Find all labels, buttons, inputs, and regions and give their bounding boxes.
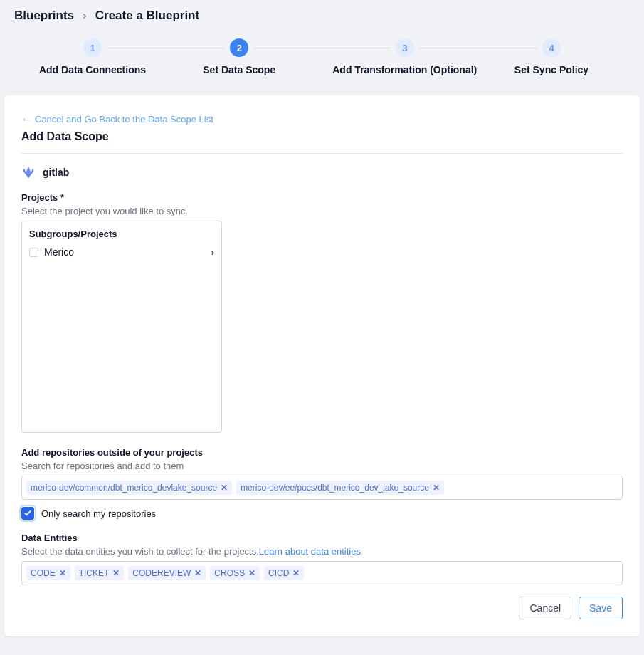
entity-tag[interactable]: CICD✕	[264, 566, 304, 580]
outside-repos-label: Add repositories outside of your project…	[21, 447, 623, 458]
save-button[interactable]: Save	[579, 597, 623, 619]
tag-label: merico-dev/common/dbt_merico_devlake_sou…	[31, 483, 217, 493]
page-title: Add Data Scope	[21, 130, 623, 154]
close-icon[interactable]: ✕	[221, 483, 228, 493]
tree-header: Subgroups/Projects	[29, 229, 214, 239]
repo-tag[interactable]: merico-dev/ee/pocs/dbt_merico_dev_lake_s…	[236, 481, 444, 495]
step-number-icon: 1	[83, 38, 102, 57]
connection-indicator: gitlab	[21, 165, 623, 179]
tag-label: CROSS	[214, 568, 245, 578]
tag-label: CODEREVIEW	[132, 568, 191, 578]
learn-entities-link[interactable]: Learn about data entities	[259, 546, 361, 557]
projects-label: Projects *	[21, 192, 623, 203]
chevron-right-icon: ›	[83, 9, 87, 23]
step-label: Set Data Scope	[203, 64, 275, 75]
step-number-icon: 2	[230, 38, 248, 57]
breadcrumb: Blueprints › Create a Blueprint	[14, 9, 630, 23]
close-icon[interactable]: ✕	[112, 568, 120, 578]
close-icon[interactable]: ✕	[194, 568, 201, 578]
entity-tag[interactable]: TICKET✕	[75, 566, 125, 580]
step-label: Add Data Connections	[39, 64, 146, 75]
step-4[interactable]: 4 Set Sync Policy	[487, 38, 616, 75]
step-2[interactable]: 2 Set Data Scope	[157, 38, 322, 75]
entities-input[interactable]: CODE✕ TICKET✕ CODEREVIEW✕ CROSS✕ CICD✕	[21, 561, 623, 585]
step-number-icon: 3	[396, 38, 414, 57]
checkbox-icon[interactable]	[29, 248, 38, 257]
close-icon[interactable]: ✕	[248, 568, 255, 578]
arrow-left-icon: ←	[21, 114, 31, 125]
projects-help: Select the project you would like to syn…	[21, 206, 623, 216]
tag-label: CODE	[31, 568, 56, 578]
connection-name-text: gitlab	[43, 167, 69, 178]
tree-item-merico[interactable]: Merico ›	[29, 245, 214, 259]
repo-search-input[interactable]: merico-dev/common/dbt_merico_devlake_sou…	[21, 476, 623, 500]
entity-tag[interactable]: CODEREVIEW✕	[128, 566, 206, 580]
back-link-text: Cancel and Go Back to the Data Scope Lis…	[35, 114, 213, 125]
breadcrumb-current: Create a Blueprint	[95, 9, 199, 23]
entities-label: Data Entities	[21, 533, 623, 543]
tag-label: merico-dev/ee/pocs/dbt_merico_dev_lake_s…	[241, 483, 429, 493]
breadcrumb-parent[interactable]: Blueprints	[14, 9, 74, 23]
check-icon	[23, 509, 32, 518]
only-my-repos-label: Only search my repositories	[41, 508, 156, 519]
close-icon[interactable]: ✕	[59, 568, 66, 578]
tag-label: CICD	[268, 568, 289, 578]
outside-repos-help: Search for repositories and add to them	[21, 461, 623, 471]
gitlab-icon	[21, 165, 36, 179]
step-label: Set Sync Policy	[514, 64, 588, 75]
wizard-stepper: 1 Add Data Connections 2 Set Data Scope …	[0, 23, 644, 95]
tag-label: TICKET	[79, 568, 110, 578]
close-icon[interactable]: ✕	[292, 568, 300, 578]
projects-tree[interactable]: Subgroups/Projects Merico ›	[21, 221, 222, 433]
tree-item-label: Merico	[44, 246, 74, 258]
close-icon[interactable]: ✕	[433, 483, 440, 493]
step-3[interactable]: 3 Add Transformation (Optional)	[322, 38, 488, 75]
back-link[interactable]: ← Cancel and Go Back to the Data Scope L…	[21, 114, 213, 125]
step-1[interactable]: 1 Add Data Connections	[28, 38, 157, 75]
repo-tag[interactable]: merico-dev/common/dbt_merico_devlake_sou…	[26, 481, 232, 495]
step-number-icon: 4	[542, 38, 561, 57]
entities-help: Select the data entities you wish to col…	[21, 546, 623, 557]
entity-tag[interactable]: CROSS✕	[210, 566, 260, 580]
chevron-right-icon[interactable]: ›	[211, 247, 214, 258]
entity-tag[interactable]: CODE✕	[26, 566, 70, 580]
step-label: Add Transformation (Optional)	[332, 64, 477, 75]
cancel-button[interactable]: Cancel	[519, 597, 571, 619]
only-my-repos-checkbox[interactable]	[21, 507, 34, 520]
